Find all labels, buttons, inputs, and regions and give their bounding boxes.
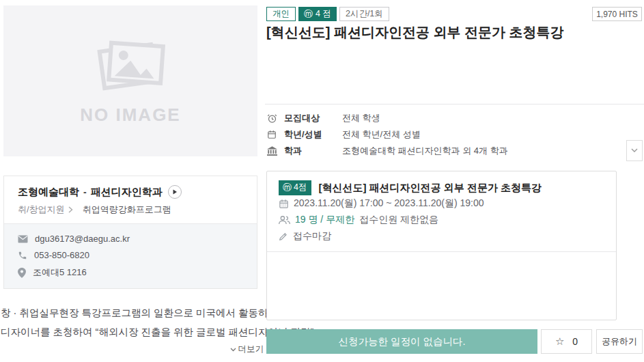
- title-separator: -: [83, 186, 87, 197]
- schedule-capacity: 19 명 / 무제한: [295, 214, 354, 226]
- info-value: 조형예술대학 패션디자인학과 외 4개 학과: [342, 145, 508, 157]
- contact-location: 조예대5 1216: [33, 266, 87, 279]
- program-info-list: 모집대상 전체 학생 학년/성별 전체 학년/전체 성별 학과 조형예술대학 패…: [267, 110, 619, 159]
- schedule-points-label: 4점: [294, 182, 307, 193]
- favorite-button[interactable]: ☆ 0: [541, 329, 592, 354]
- description-line: 창 · 취업실무현장 특강프로그램의 일환으로 미국에서 활동하고 있는 패션: [1, 303, 264, 322]
- organizer-contact: dgu36173@daegu.ac.kr 053-850-6820 조예대5 1…: [4, 223, 257, 288]
- schedule-points-badge: ⓜ 4점: [279, 180, 311, 195]
- program-detail-page: NO IMAGE 조형예술대학 - 패션디자인학과 취/창업지원 취업역량강화프…: [0, 0, 644, 362]
- chevron-right-icon: [68, 206, 73, 213]
- calendar-icon: [279, 199, 289, 209]
- schedule-title: [혁신선도] 패션디자인전공 외부 전문가 초청특강: [318, 182, 542, 195]
- schedule-datetime: 2023.11.20(월) 17:00 ~ 2023.11.20(월) 19:0…: [294, 197, 484, 210]
- schedule-details: ⓜ 4점 [혁신선도] 패션디자인전공 외부 전문가 초청특강 2023.11.…: [267, 171, 616, 252]
- chevron-down-icon: [230, 348, 236, 352]
- star-icon: ☆: [555, 335, 564, 348]
- alarm-clock-icon: [267, 113, 279, 124]
- no-image-icon: [92, 36, 169, 94]
- schedule-empty-area: [267, 252, 616, 333]
- mail-icon: [18, 235, 28, 243]
- chevron-down-icon: [631, 148, 638, 153]
- organizer-card: 조형예술대학 - 패션디자인학과 취/창업지원 취업역량강화프로그램: [3, 176, 257, 289]
- departments-expand-button[interactable]: [626, 140, 643, 161]
- college-name: 조형예술대학: [18, 186, 79, 199]
- section-divider: [265, 104, 644, 105]
- contact-email-row: dgu36173@daegu.ac.kr: [18, 234, 243, 244]
- info-label: 모집대상: [284, 112, 342, 124]
- no-image-label: NO IMAGE: [80, 105, 180, 126]
- show-more-button[interactable]: 더보기: [1, 344, 264, 355]
- pen-icon: [279, 232, 288, 241]
- mileage-icon: ⓜ: [283, 183, 292, 192]
- schedule-card: ⓜ 4점 [혁신선도] 패션디자인전공 외부 전문가 초청특강 2023.11.…: [266, 171, 617, 320]
- program-thumbnail-placeholder: NO IMAGE: [3, 5, 257, 156]
- program-badges: 개인 ⓜ 4 점 2시간/1회: [266, 7, 389, 21]
- badge-points-label: 4 점: [316, 8, 331, 20]
- schedule-status-row: 접수마감: [279, 228, 604, 245]
- program-description: 창 · 취업실무현장 특강프로그램의 일환으로 미국에서 활동하고 있는 패션 …: [1, 303, 264, 355]
- phone-icon: [18, 251, 27, 260]
- hits-counter: 1,970 HITS: [592, 7, 642, 21]
- contact-phone-row: 053-850-6820: [18, 250, 243, 260]
- bank-icon: [267, 146, 279, 156]
- badge-duration: 2시간/1회: [339, 7, 389, 21]
- info-row-departments: 학과 조형예술대학 패션디자인학과 외 4개 학과: [267, 143, 619, 159]
- program-type: 취업역량강화프로그램: [83, 204, 171, 216]
- play-icon: [172, 189, 178, 195]
- department-name: 패션디자인학과: [91, 186, 163, 199]
- page-title: [혁신선도] 패션디자인전공 외부 전문가 초청특강: [266, 23, 635, 42]
- info-value: 전체 학년/전체 성별: [342, 128, 421, 141]
- schedule-capacity-note: 접수인원 제한없음: [359, 214, 438, 226]
- badge-mileage-points: ⓜ 4 점: [298, 7, 337, 21]
- apply-disabled-button[interactable]: 신청가능한 일정이 없습니다.: [266, 329, 537, 354]
- organizer-header: 조형예술대학 - 패션디자인학과 취/창업지원 취업역량강화프로그램: [4, 176, 257, 223]
- favorite-count: 0: [572, 336, 578, 347]
- info-label: 학과: [284, 145, 342, 157]
- info-row-grade-gender: 학년/성별 전체 학년/전체 성별: [267, 126, 619, 143]
- info-value: 전체 학생: [342, 112, 380, 124]
- schedule-status: 접수마감: [293, 230, 331, 242]
- share-button[interactable]: 공유하기: [596, 329, 643, 354]
- show-more-label: 더보기: [238, 344, 264, 355]
- contact-location-row: 조예대5 1216: [18, 266, 243, 279]
- organizer-expand-button[interactable]: [168, 185, 182, 199]
- schedule-datetime-row: 2023.11.20(월) 17:00 ~ 2023.11.20(월) 19:0…: [279, 195, 604, 212]
- map-pin-icon: [18, 268, 26, 278]
- contact-email: dgu36173@daegu.ac.kr: [35, 234, 130, 244]
- schedule-capacity-row: 19 명 / 무제한 접수인원 제한없음: [279, 212, 604, 228]
- description-line: 디자이너를 초청하여 “해외시장 진출을 위한 글로벌 패션디자이너 전략” …: [1, 322, 264, 342]
- mileage-icon: ⓜ: [304, 10, 313, 18]
- calendar-icon: [267, 130, 279, 139]
- contact-phone: 053-850-6820: [34, 250, 89, 260]
- people-icon: [279, 215, 290, 225]
- program-category: 취/창업지원: [18, 204, 65, 216]
- info-label: 학년/성별: [284, 128, 342, 141]
- badge-personal: 개인: [266, 7, 296, 21]
- info-row-target: 모집대상 전체 학생: [267, 110, 619, 126]
